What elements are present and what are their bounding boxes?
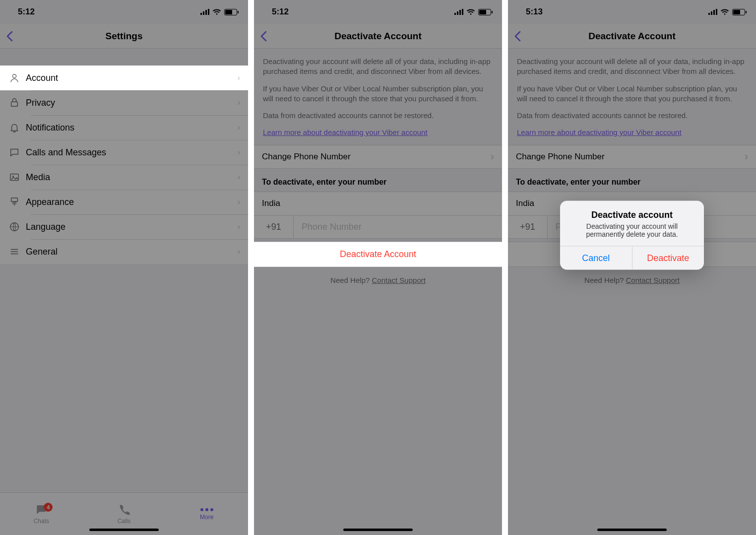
status-time: 5:12: [18, 7, 35, 17]
battery-icon: [478, 9, 491, 15]
status-bar: 5:13: [508, 0, 756, 24]
svg-rect-4: [11, 198, 18, 201]
settings-row-calls[interactable]: Calls and Messages ›: [0, 140, 248, 165]
alert-message: Deactivating your account will permanent…: [569, 222, 695, 238]
info-block: Deactivating your account will delete al…: [254, 49, 502, 145]
lock-icon: [9, 97, 26, 108]
chevron-right-icon: ›: [238, 148, 240, 157]
person-icon: [9, 72, 26, 83]
learn-more-link[interactable]: Learn more about deactivating your Viber…: [263, 128, 428, 136]
more-icon: [199, 507, 214, 512]
home-indicator[interactable]: [343, 529, 413, 531]
svg-point-0: [12, 74, 16, 78]
row-label: Calls and Messages: [26, 147, 238, 158]
chevron-right-icon: ›: [238, 98, 240, 107]
back-button[interactable]: [514, 31, 521, 42]
chevron-right-icon: ›: [238, 198, 240, 206]
svg-point-8: [210, 508, 213, 511]
settings-row-account[interactable]: Account ›: [0, 66, 248, 90]
info-text: Deactivating your account will delete al…: [263, 57, 493, 77]
badge-count: 4: [44, 503, 53, 512]
learn-more-link[interactable]: Learn more about deactivating your Viber…: [517, 128, 682, 136]
page-title: Deactivate Account: [588, 31, 676, 42]
battery-icon: [732, 9, 745, 15]
deactivate-label: Deactivate Account: [340, 249, 416, 259]
battery-icon: [224, 9, 237, 15]
svg-rect-1: [11, 102, 18, 106]
confirm-alert: Deactivate account Deactivating your acc…: [560, 201, 704, 270]
globe-icon: [9, 221, 26, 232]
country-code[interactable]: +91: [254, 216, 294, 238]
settings-list: Account › Privacy › Notifications › Call…: [0, 66, 248, 264]
bell-icon: [9, 122, 26, 133]
status-time: 5:12: [272, 7, 289, 17]
settings-row-language[interactable]: Language ›: [0, 214, 248, 239]
deactivate-button[interactable]: Deactivate Account: [254, 242, 502, 267]
chevron-right-icon: ›: [238, 123, 240, 132]
info-text: Deactivating your account will delete al…: [517, 57, 747, 77]
chevron-left-icon: [6, 31, 13, 42]
chevron-right-icon: ›: [238, 73, 240, 82]
cellular-icon: [454, 9, 463, 15]
info-text: If you have Viber Out or Viber Local Num…: [263, 84, 493, 104]
nav-header: Deactivate Account: [508, 24, 756, 49]
image-icon: [9, 172, 26, 183]
alert-title: Deactivate account: [569, 210, 695, 220]
alert-cancel-button[interactable]: Cancel: [560, 247, 632, 270]
enter-number-heading: To deactivate, enter your number: [254, 169, 502, 192]
tab-label: Calls: [118, 518, 131, 525]
svg-point-7: [205, 508, 208, 511]
panel-deactivate: 5:12 Deactivate Account Deactivating you…: [254, 0, 502, 535]
info-block: Deactivating your account will delete al…: [508, 49, 756, 145]
info-text: Data from deactivated accounts cannot be…: [263, 111, 493, 121]
brush-icon: [9, 197, 26, 207]
settings-row-privacy[interactable]: Privacy ›: [0, 90, 248, 115]
back-button[interactable]: [260, 31, 267, 42]
status-bar: 5:12: [0, 0, 248, 24]
row-label: Privacy: [26, 98, 238, 108]
page-title: Deactivate Account: [334, 31, 422, 42]
help-prefix: Need Help?: [330, 276, 372, 284]
change-phone-cell[interactable]: Change Phone Number: [508, 145, 756, 169]
row-label: Media: [26, 172, 238, 183]
home-indicator[interactable]: [89, 529, 159, 531]
tab-label: Chats: [34, 518, 49, 525]
settings-row-general[interactable]: General ›: [0, 239, 248, 264]
phone-number-input[interactable]: Phone Number: [294, 216, 502, 238]
wifi-icon: [466, 8, 475, 15]
help-text: Need Help? Contact Support: [508, 267, 756, 293]
svg-point-6: [200, 508, 203, 511]
phone-input-group: +91 Phone Number: [254, 215, 502, 239]
panel-settings: 5:12 Settings Account › Privacy ›: [0, 0, 248, 535]
help-text: Need Help? Contact Support: [254, 267, 502, 293]
tab-chats[interactable]: 4 Chats: [0, 493, 83, 535]
chevron-left-icon: [514, 31, 521, 42]
help-prefix: Need Help?: [584, 276, 626, 284]
row-label: Notifications: [26, 123, 238, 133]
phone-icon: [118, 503, 130, 516]
chevron-right-icon: ›: [238, 247, 240, 256]
tab-more[interactable]: More: [165, 493, 248, 535]
enter-number-heading: To deactivate, enter your number: [508, 169, 756, 192]
row-label: Account: [26, 73, 238, 83]
country-label: India: [516, 199, 534, 208]
contact-support-link[interactable]: Contact Support: [626, 276, 679, 284]
contact-support-link[interactable]: Contact Support: [372, 276, 425, 284]
country-cell[interactable]: India: [254, 192, 502, 215]
country-code[interactable]: +91: [508, 216, 548, 238]
row-label: Language: [26, 222, 238, 232]
settings-row-notifications[interactable]: Notifications ›: [0, 115, 248, 140]
status-bar: 5:12: [254, 0, 502, 24]
alert-deactivate-button[interactable]: Deactivate: [632, 247, 704, 270]
home-indicator[interactable]: [597, 529, 667, 531]
back-button[interactable]: [6, 31, 13, 42]
status-time: 5:13: [526, 7, 543, 17]
cellular-icon: [708, 9, 717, 15]
tab-label: More: [200, 514, 213, 521]
nav-header: Deactivate Account: [254, 24, 502, 49]
settings-row-media[interactable]: Media ›: [0, 165, 248, 190]
menu-icon: [9, 246, 26, 257]
row-label: General: [26, 247, 238, 257]
settings-row-appearance[interactable]: Appearance ›: [0, 190, 248, 214]
change-phone-cell[interactable]: Change Phone Number: [254, 145, 502, 169]
